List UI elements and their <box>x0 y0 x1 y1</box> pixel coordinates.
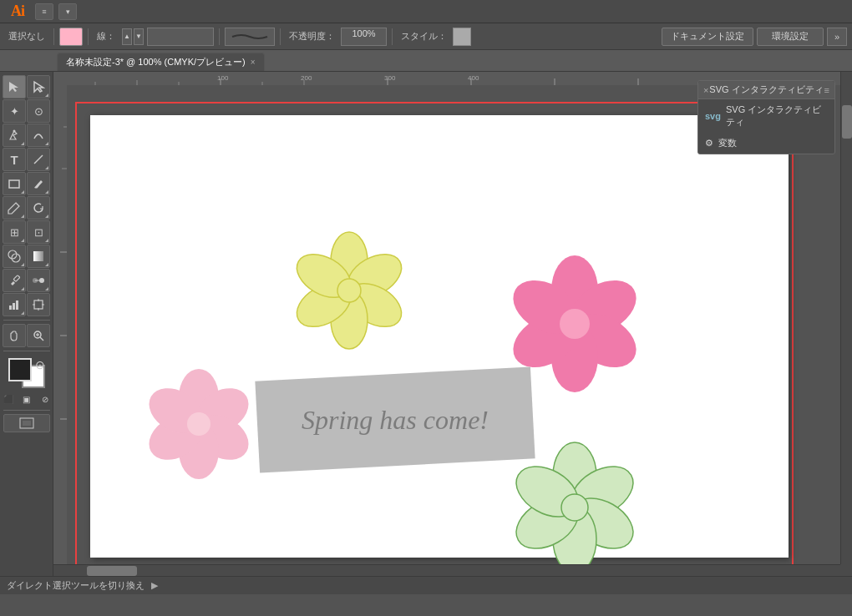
blend-tool-btn[interactable] <box>27 269 50 292</box>
paintbrush-tool-btn[interactable] <box>27 172 50 195</box>
tab-close-btn[interactable]: × <box>251 58 256 67</box>
curvature-tool-btn[interactable] <box>27 124 50 147</box>
type-tool-btn[interactable]: T <box>3 148 26 171</box>
lasso-tool-btn[interactable]: ⊙ <box>27 99 50 123</box>
opacity-input[interactable]: 100% <box>341 28 387 46</box>
tool-row-9 <box>3 269 50 292</box>
toolbar-more-btn[interactable]: » <box>827 28 847 46</box>
free-transform-tool-btn[interactable]: ⊡ <box>27 220 50 244</box>
solid-color-btn[interactable]: ⬛ <box>1 391 16 406</box>
direct-selection-tool-btn[interactable] <box>27 75 50 98</box>
style-label: スタイル： <box>398 30 450 43</box>
no-fill-btn[interactable]: ⊘ <box>38 391 53 406</box>
gradient-tool-btn[interactable] <box>27 245 50 268</box>
svg-line-1 <box>34 155 43 164</box>
svg-rect-11 <box>13 303 15 310</box>
hand-tool-btn[interactable] <box>3 324 26 347</box>
canvas-area[interactable]: 100 200 300 400 <box>53 72 852 576</box>
artboard: Spring has come! <box>90 115 789 558</box>
flower-yellow <box>282 224 416 357</box>
toolbox-divider <box>3 320 50 321</box>
svg-point-65 <box>187 412 210 436</box>
zoom-tool-btn[interactable] <box>27 324 50 347</box>
style-swatch[interactable] <box>453 28 471 46</box>
vertical-scrollbar[interactable] <box>840 72 852 564</box>
stroke-up-btn[interactable]: ▼ <box>134 28 144 45</box>
canvas-content: Spring has come! <box>75 102 794 564</box>
svg-panel-title: SVG インタラクティビティ <box>709 83 823 96</box>
svg-text:200: 200 <box>301 74 312 82</box>
env-settings-button[interactable]: 環境設定 <box>757 28 824 46</box>
status-bar: ダイレクト選択ツールを切り換え ▶ <box>0 576 852 594</box>
svg-point-51 <box>337 279 361 302</box>
rectangle-tool-btn[interactable] <box>3 172 26 195</box>
tool-row-3 <box>3 124 50 147</box>
color-swatches: ⊙ <box>8 358 45 388</box>
toolbox-divider-2 <box>3 351 50 351</box>
svg-panel-header: × SVG インタラクティビティ ≡ <box>698 81 834 99</box>
toolbar-divider-4 <box>280 28 281 45</box>
stroke-down-btn[interactable]: ▲ <box>122 28 132 45</box>
style-group: スタイル： <box>398 28 471 46</box>
svg-panel-menu[interactable]: ≡ <box>824 85 829 95</box>
shape-builder-tool-btn[interactable] <box>3 245 26 268</box>
puppet-warp-tool-btn[interactable]: ⊞ <box>3 220 26 244</box>
toolbar-divider-3 <box>219 28 220 45</box>
svg-rect-13 <box>34 300 43 309</box>
pencil-tool-btn[interactable] <box>3 196 26 220</box>
menu-icon-btn[interactable]: ≡ <box>35 3 53 20</box>
svg-rect-6 <box>13 275 20 282</box>
eyedropper-tool-btn[interactable] <box>3 269 26 292</box>
toolbar-divider-5 <box>392 28 393 45</box>
line-tool-btn[interactable] <box>27 148 50 171</box>
opacity-group: 不透明度： 100% <box>286 28 387 46</box>
ruler-vertical <box>53 85 67 564</box>
stroke-style-preview[interactable] <box>225 28 275 46</box>
rotate-tool-btn[interactable] <box>27 196 50 220</box>
tool-row-6 <box>3 196 50 220</box>
svg-panel-item-variables[interactable]: ⚙ 変数 <box>698 133 834 154</box>
toolbar-divider-2 <box>88 28 89 45</box>
tab-title: 名称未設定-3* @ 100% (CMYK/プレビュー) <box>66 56 246 68</box>
document-tab[interactable]: 名称未設定-3* @ 100% (CMYK/プレビュー) × <box>57 53 265 71</box>
toolbox-divider-3 <box>3 410 50 411</box>
main-area: ✦ ⊙ T <box>0 72 852 576</box>
svg-rect-12 <box>16 300 18 310</box>
fg-color-swatch[interactable] <box>8 358 32 381</box>
vscroll-thumb[interactable] <box>842 105 852 139</box>
selection-tool-btn[interactable] <box>3 75 26 98</box>
screen-mode-btn[interactable] <box>3 414 50 432</box>
tool-row-1 <box>3 75 50 98</box>
status-arrow-btn[interactable]: ▶ <box>151 580 158 591</box>
doc-settings-button[interactable]: ドキュメント設定 <box>662 28 753 46</box>
app-logo: Ai <box>5 3 30 20</box>
tab-bar: 名称未設定-3* @ 100% (CMYK/プレビュー) × <box>0 50 852 72</box>
chart-tool-btn[interactable] <box>3 293 26 316</box>
canvas-scroll[interactable]: Spring has come! <box>67 85 840 564</box>
horizontal-scrollbar[interactable] <box>53 564 840 576</box>
tool-row-5 <box>3 172 50 195</box>
gradient-fill-btn[interactable]: ▣ <box>19 391 34 406</box>
hscroll-thumb[interactable] <box>87 566 137 576</box>
spring-text: Spring has come! <box>302 405 489 436</box>
fill-swatch[interactable] <box>59 28 83 46</box>
svg-text:100: 100 <box>217 74 229 82</box>
pen-tool-btn[interactable] <box>3 124 26 147</box>
workspace-dropdown-btn[interactable]: ▾ <box>58 3 77 20</box>
color-reset-icon[interactable]: ⊙ <box>35 358 45 371</box>
svg-panel-close[interactable]: × <box>703 85 708 95</box>
toolbar-divider-1 <box>53 28 54 45</box>
svg-panel-item-interactivity[interactable]: svg SVG インタラクティビティ <box>698 99 834 133</box>
color-mode-icons: ⬛ ▣ ⊘ <box>1 391 53 406</box>
svg-rect-2 <box>9 180 19 188</box>
tool-row-4: T <box>3 148 50 171</box>
svg-panel: × SVG インタラクティビティ ≡ svg SVG インタラクティビティ ⚙ … <box>697 80 835 154</box>
artboard-tool-btn[interactable] <box>27 293 50 316</box>
magic-wand-tool-btn[interactable]: ✦ <box>3 99 26 123</box>
svg-rect-10 <box>9 305 12 310</box>
stroke-input[interactable] <box>147 28 214 46</box>
svg-text:300: 300 <box>384 74 396 82</box>
svg-point-58 <box>560 309 590 339</box>
color-area: ⊙ ⬛ ▣ ⊘ <box>3 358 50 406</box>
tool-row-2: ✦ ⊙ <box>3 99 50 123</box>
